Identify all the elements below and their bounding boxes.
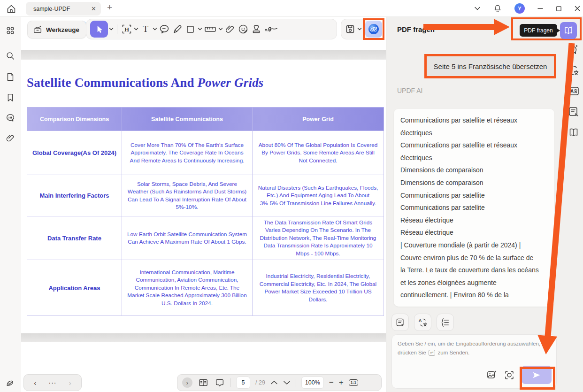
- sticker-tool-button[interactable]: [237, 23, 249, 35]
- attachments-icon[interactable]: [5, 133, 15, 143]
- add-image-icon[interactable]: [486, 369, 497, 380]
- placeholder-text: drücken Sie: [398, 350, 426, 355]
- user-avatar[interactable]: Y: [514, 3, 525, 14]
- shape-tool-dropdown[interactable]: [198, 27, 202, 31]
- tab-close-icon[interactable]: ✕: [91, 5, 96, 12]
- signature-tool-button[interactable]: [263, 23, 279, 35]
- suggestion-highlight-box: Seite 5 ins Französische übersetzen: [424, 54, 556, 78]
- page-total-label: / 29: [255, 379, 265, 386]
- presentation-mode-icon[interactable]: [214, 377, 225, 388]
- svg-text:A: A: [568, 65, 572, 71]
- translate-shortcut-button[interactable]: A: [414, 314, 431, 331]
- ask-pdf-tooltip: PDF fragen: [520, 24, 557, 37]
- apps-grid-icon[interactable]: [5, 25, 15, 36]
- screenshot-camera-icon[interactable]: [504, 369, 515, 381]
- text-tool-button[interactable]: T: [139, 23, 152, 35]
- chevron-down-icon[interactable]: [474, 6, 481, 11]
- svg-text:A: A: [570, 89, 574, 94]
- svg-text:T: T: [143, 24, 148, 34]
- app-window: sample-UPDF ✕ + Y l Fo Werkzeuge: [0, 0, 583, 392]
- book-sparkle-icon: [563, 25, 574, 36]
- heading-tool-button[interactable]: H: [121, 23, 133, 35]
- translate-icon: A: [418, 317, 428, 328]
- save-button[interactable]: [344, 23, 356, 35]
- search-icon[interactable]: [5, 51, 15, 61]
- ink-pen-icon[interactable]: [5, 377, 15, 388]
- zoom-in-button[interactable]: +: [339, 378, 344, 387]
- page-separator: [21, 333, 386, 342]
- heading-tool-dropdown[interactable]: [134, 27, 138, 31]
- ask-pdf-panel: PDF fragen PDF fragen Seite 5 ins Franzö…: [386, 17, 583, 392]
- select-tool-button[interactable]: [90, 21, 108, 38]
- window-controls: Y: [474, 0, 581, 17]
- maximize-button[interactable]: [556, 6, 562, 12]
- stamp-tool-button[interactable]: [250, 23, 262, 35]
- nav-forward-button[interactable]: ›: [69, 379, 71, 387]
- next-page-button[interactable]: [283, 380, 291, 385]
- ruler-icon: [204, 23, 217, 35]
- measure-tool-button[interactable]: [203, 23, 217, 35]
- measure-tool-dropdown[interactable]: [218, 27, 223, 31]
- suggestion-button[interactable]: Seite 5 ins Französische übersetzen: [434, 62, 547, 70]
- input-placeholder-line1: Geben Sie / ein, um die Eingabeaufforder…: [398, 339, 551, 348]
- expand-panel-button[interactable]: ›: [182, 377, 192, 388]
- pages-icon[interactable]: [5, 72, 15, 82]
- more-pages-button[interactable]: ···: [48, 379, 56, 386]
- save-dropdown[interactable]: [357, 27, 362, 31]
- ai-response-card[interactable]: Communications par satellite et réseauxé…: [394, 109, 554, 307]
- toolbar-divider: [230, 378, 231, 387]
- shape-tool-button[interactable]: [184, 23, 197, 35]
- comment-tool-button[interactable]: [158, 23, 170, 35]
- chat-line: Couvre environ plus de 70 % de la surfac…: [400, 252, 548, 264]
- chat-line: Réseau électrique: [400, 226, 548, 239]
- table-header-cell: Satellite Communications: [122, 108, 253, 131]
- document-title: Satellite Communications And Power Grids: [27, 76, 264, 90]
- translate-page-icon[interactable]: A: [568, 85, 580, 97]
- chat-line: Communications par satellite et réseaux: [400, 139, 548, 152]
- zoom-level-input[interactable]: 100%: [301, 377, 324, 389]
- heading-icon: H: [121, 23, 132, 35]
- ask-pdf-button[interactable]: [560, 22, 577, 39]
- pen-tool-button[interactable]: [171, 23, 184, 35]
- notifications-bell-icon[interactable]: [493, 4, 502, 13]
- nav-back-button[interactable]: ‹: [34, 379, 36, 387]
- chat-line: continuellement. | Environ 80 % de la: [400, 289, 548, 301]
- document-tab[interactable]: sample-UPDF ✕: [26, 2, 101, 15]
- select-tool-dropdown[interactable]: [109, 27, 114, 31]
- page-number-input[interactable]: 5: [236, 377, 250, 389]
- ai-tool-highlight-box: [363, 18, 384, 40]
- werkzeuge-button[interactable]: Werkzeuge: [27, 21, 86, 38]
- outline-shortcut-button[interactable]: [437, 314, 454, 331]
- updf-ai-button[interactable]: [365, 21, 382, 38]
- input-placeholder-line2: drücken Sie ↵ zum Senden.: [398, 348, 551, 357]
- table-cell-satellite: International Communication, Maritime Co…: [122, 260, 253, 316]
- minimize-button[interactable]: [537, 5, 544, 12]
- document-viewport[interactable]: Satellite Communications And Power Grids…: [21, 47, 386, 392]
- summarize-shortcut-button[interactable]: [391, 314, 409, 331]
- chat-line: électriques: [400, 127, 548, 139]
- table-cell-satellite: Solar Storms, Space Debris, And Severe W…: [122, 175, 253, 216]
- text-tool-dropdown[interactable]: [153, 27, 157, 31]
- table-cell-dimension: Global Coverage(As Of 2024): [27, 131, 122, 175]
- chat-line: Dimensions de comparaison: [400, 177, 548, 189]
- home-button[interactable]: [6, 3, 17, 15]
- werkzeuge-label: Werkzeuge: [46, 26, 79, 33]
- comments-icon[interactable]: [5, 113, 15, 123]
- actual-size-button[interactable]: 1:1: [349, 379, 358, 386]
- attachment-tool-button[interactable]: [224, 23, 236, 35]
- chat-line: Communications par satellite: [400, 201, 548, 214]
- summarize-icon: [395, 317, 406, 328]
- new-tab-button[interactable]: +: [107, 2, 112, 13]
- translate-icon[interactable]: A: [568, 64, 580, 77]
- previous-page-edge: [21, 47, 386, 50]
- text-icon: T: [140, 23, 151, 35]
- summarize-icon[interactable]: [568, 106, 580, 118]
- two-page-view-icon[interactable]: [198, 377, 209, 388]
- ai-chat-icon[interactable]: [568, 44, 580, 56]
- close-button[interactable]: [574, 5, 581, 12]
- title-accent: Power Grids: [198, 76, 264, 90]
- bookmark-icon[interactable]: [5, 92, 15, 103]
- previous-page-button[interactable]: [270, 380, 278, 385]
- zoom-out-button[interactable]: −: [329, 378, 334, 387]
- reader-book-icon[interactable]: [568, 126, 580, 138]
